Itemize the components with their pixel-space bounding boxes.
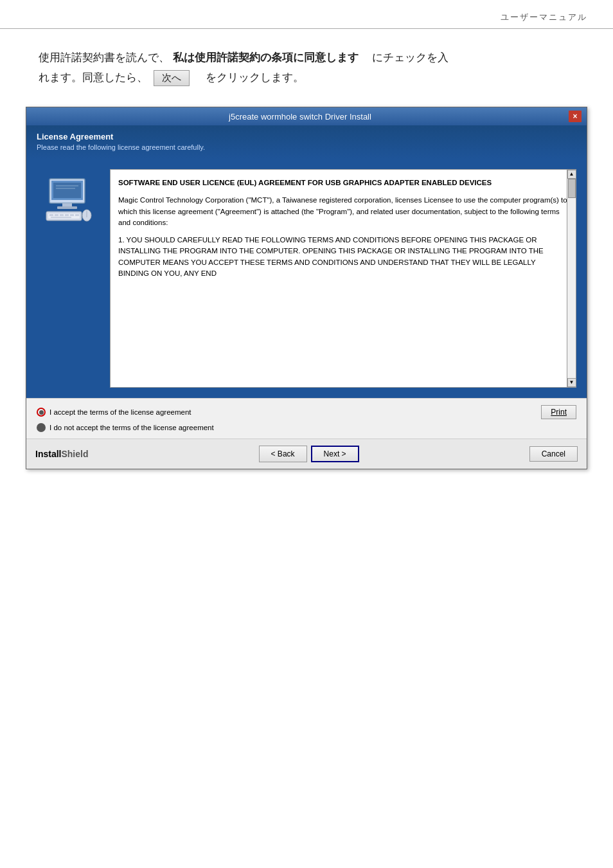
license-header-subtitle: Please read the following license agreem… xyxy=(37,143,576,151)
computer-icon xyxy=(43,176,94,227)
next-button[interactable]: Next > xyxy=(311,446,359,462)
bold-instruction: 私は使用許諾契約の条項に同意します xyxy=(173,51,359,64)
print-button[interactable]: Print xyxy=(541,405,576,419)
license-text-scroll[interactable]: SOFTWARE END USER LICENCE (EUL) AGREEMEN… xyxy=(110,169,576,388)
svg-rect-14 xyxy=(75,214,79,216)
decline-label: I do not accept the terms of the license… xyxy=(49,424,214,431)
installer-title: j5create wormhole switch Driver Install xyxy=(31,112,569,122)
accept-area: I accept the terms of the license agreem… xyxy=(26,398,587,439)
installshield-logo: InstallShield xyxy=(35,449,88,459)
decline-radio-button[interactable] xyxy=(37,423,46,432)
nav-buttons: < Back Next > xyxy=(259,446,359,462)
page-header-title: ユーザーマニュアル xyxy=(501,12,587,23)
computer-icon-area xyxy=(37,169,101,388)
svg-rect-5 xyxy=(62,203,72,206)
decline-radio-row[interactable]: I do not accept the terms of the license… xyxy=(37,423,576,432)
scrollbar[interactable]: ▲ ▼ xyxy=(567,170,576,387)
accept-radio-row[interactable]: I accept the terms of the license agreem… xyxy=(37,408,191,417)
license-heading2: 1. YOU SHOULD CAREFULLY READ THE FOLLOWI… xyxy=(118,235,568,279)
close-button[interactable]: × xyxy=(569,111,582,122)
license-heading1: SOFTWARE END USER LICENCE (EUL) AGREEMEN… xyxy=(118,177,568,188)
title-bar: j5create wormhole switch Driver Install … xyxy=(26,107,587,125)
svg-rect-2 xyxy=(53,183,81,198)
button-bar: InstallShield < Back Next > Cancel xyxy=(26,439,587,469)
accept-radio-button[interactable] xyxy=(37,408,46,417)
back-button[interactable]: < Back xyxy=(259,446,307,462)
license-para1: Magic Control Technology Corporation ("M… xyxy=(118,195,568,228)
accept-label: I accept the terms of the license agreem… xyxy=(49,408,191,416)
installer-window: j5create wormhole switch Driver Install … xyxy=(26,107,587,469)
scrollbar-down[interactable]: ▼ xyxy=(567,378,576,387)
license-header-title: License Agreement xyxy=(37,132,576,141)
scrollbar-up[interactable]: ▲ xyxy=(567,170,576,179)
instruction-line2: れます。同意したら、 次へ をクリックします。 xyxy=(39,68,574,88)
svg-rect-10 xyxy=(55,214,58,216)
cancel-button[interactable]: Cancel xyxy=(529,446,578,462)
svg-rect-9 xyxy=(49,214,53,216)
svg-rect-13 xyxy=(70,214,74,216)
svg-rect-6 xyxy=(57,206,77,209)
svg-rect-11 xyxy=(60,214,64,216)
accept-row: I accept the terms of the license agreem… xyxy=(37,405,576,419)
svg-rect-15 xyxy=(51,217,71,218)
license-header: License Agreement Please read the follow… xyxy=(26,125,587,159)
radio-accept-inner xyxy=(39,410,44,415)
instruction-line1: 使用許諾契約書を読んで、 私は使用許諾契約の条項に同意します にチェックを入 xyxy=(39,48,574,68)
page-header: ユーザーマニュアル xyxy=(0,0,613,29)
next-inline-button[interactable]: 次へ xyxy=(154,70,190,86)
scrollbar-thumb[interactable] xyxy=(568,179,576,198)
installshield-install: Install xyxy=(35,449,61,459)
svg-rect-12 xyxy=(65,214,69,216)
license-content: SOFTWARE END USER LICENCE (EUL) AGREEMEN… xyxy=(26,159,587,398)
instruction-area: 使用許諾契約書を読んで、 私は使用許諾契約の条項に同意します にチェックを入 れ… xyxy=(0,29,613,100)
installshield-shield: Shield xyxy=(61,449,88,459)
